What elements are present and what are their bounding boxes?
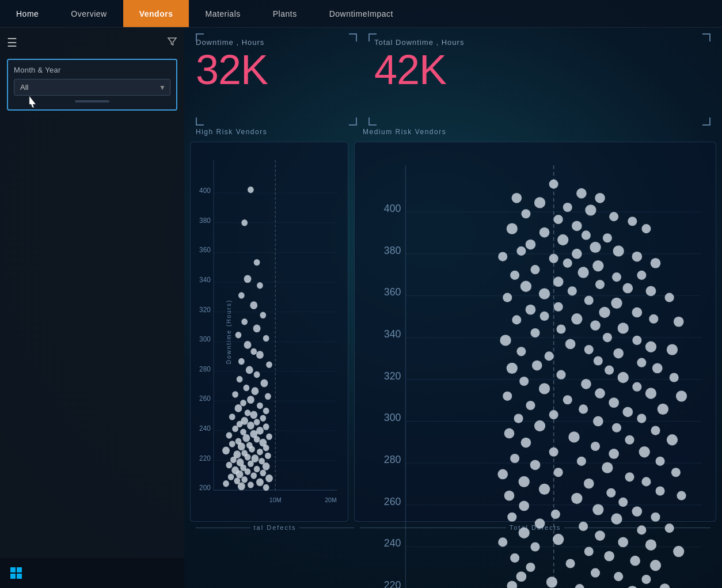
svg-point-60 xyxy=(260,415,266,421)
medium-risk-scatter-svg: 200 220 240 260 280 300 320 340 360 380 … xyxy=(359,147,711,588)
svg-point-163 xyxy=(563,259,572,268)
svg-point-159 xyxy=(549,254,558,263)
svg-point-64 xyxy=(247,422,254,430)
svg-text:200: 200 xyxy=(199,484,211,492)
svg-point-72 xyxy=(242,434,250,442)
svg-point-254 xyxy=(584,479,594,489)
svg-point-177 xyxy=(503,293,512,302)
svg-point-164 xyxy=(592,260,603,271)
nav-home[interactable]: Home xyxy=(0,0,55,27)
svg-point-40 xyxy=(250,348,257,355)
svg-point-34 xyxy=(260,312,266,318)
svg-point-235 xyxy=(651,426,660,435)
scroll-indicator xyxy=(75,100,109,103)
svg-point-35 xyxy=(241,318,248,325)
svg-point-49 xyxy=(251,387,259,395)
svg-point-281 xyxy=(584,547,594,556)
svg-point-82 xyxy=(257,449,263,455)
nav-overview[interactable]: Overview xyxy=(55,0,123,27)
svg-point-154 xyxy=(526,240,536,250)
hamburger-icon[interactable]: ☰ xyxy=(7,36,17,50)
svg-point-198 xyxy=(565,339,576,349)
svg-point-48 xyxy=(244,385,250,391)
svg-point-28 xyxy=(241,219,248,226)
svg-point-80 xyxy=(249,446,255,452)
nav-plants[interactable]: Plants xyxy=(257,0,313,27)
svg-text:240: 240 xyxy=(384,537,401,549)
svg-point-39 xyxy=(244,341,252,349)
filter-label: Month & Year xyxy=(14,66,170,74)
svg-point-55 xyxy=(235,404,242,412)
svg-point-215 xyxy=(670,373,679,382)
svg-point-105 xyxy=(256,479,264,487)
svg-point-278 xyxy=(618,537,628,547)
svg-point-237 xyxy=(625,435,634,445)
svg-point-171 xyxy=(637,271,646,280)
win-logo-quad-2 xyxy=(17,567,22,572)
svg-point-200 xyxy=(645,342,656,352)
svg-point-223 xyxy=(526,401,535,410)
svg-point-274 xyxy=(595,530,605,541)
svg-point-246 xyxy=(530,460,541,470)
svg-point-291 xyxy=(614,572,623,581)
kpi-total-downtime: Total Downtime , Hours 42K xyxy=(368,33,710,126)
filter-icon[interactable] xyxy=(167,36,177,50)
svg-point-174 xyxy=(622,283,633,294)
svg-point-220 xyxy=(645,388,656,399)
svg-point-187 xyxy=(512,315,521,324)
svg-point-257 xyxy=(606,488,615,498)
top-navigation: Home Overview Vendors Materials Plants D… xyxy=(0,0,722,28)
svg-point-33 xyxy=(250,301,257,309)
svg-point-161 xyxy=(498,252,507,261)
medium-risk-chart: 200 220 240 260 280 300 320 340 360 380 … xyxy=(354,142,716,522)
svg-point-138 xyxy=(549,180,558,189)
svg-point-169 xyxy=(612,272,621,282)
nav-downtime[interactable]: DowntimeImpact xyxy=(313,0,409,27)
kpi-corner-bl xyxy=(196,117,204,126)
svg-point-290 xyxy=(516,571,527,582)
kpi-corner-bl-2 xyxy=(368,117,377,126)
svg-text:400: 400 xyxy=(199,187,211,195)
svg-point-201 xyxy=(516,347,526,356)
svg-point-165 xyxy=(530,265,539,274)
kpi-downtime-label: Downtime , Hours xyxy=(196,38,351,47)
svg-point-209 xyxy=(605,366,614,375)
svg-point-41 xyxy=(256,351,264,359)
svg-point-70 xyxy=(226,432,233,438)
svg-point-93 xyxy=(263,462,270,471)
svg-text:280: 280 xyxy=(199,365,211,373)
nav-materials[interactable]: Materials xyxy=(189,0,256,27)
svg-point-244 xyxy=(639,446,650,457)
month-year-select[interactable]: All Jan 2023 Feb 2023 Mar 2023 Apr 2023 … xyxy=(14,79,170,96)
svg-point-59 xyxy=(229,414,235,420)
svg-point-211 xyxy=(556,370,565,380)
svg-point-185 xyxy=(540,312,549,321)
svg-point-222 xyxy=(609,397,619,408)
win-start-button[interactable] xyxy=(7,564,25,582)
svg-point-248 xyxy=(602,462,613,473)
svg-point-236 xyxy=(568,431,579,442)
svg-text:320: 320 xyxy=(384,370,401,382)
svg-point-162 xyxy=(632,252,643,262)
svg-point-294 xyxy=(507,581,517,588)
svg-point-151 xyxy=(582,230,591,240)
svg-point-188 xyxy=(571,313,582,324)
svg-point-137 xyxy=(511,193,522,203)
svg-point-268 xyxy=(611,513,622,524)
svg-point-81 xyxy=(222,446,230,454)
svg-point-98 xyxy=(260,470,266,476)
svg-point-50 xyxy=(232,391,238,397)
svg-point-58 xyxy=(250,411,257,419)
svg-point-241 xyxy=(549,447,558,457)
svg-point-224 xyxy=(676,390,687,401)
svg-point-230 xyxy=(593,416,603,427)
svg-point-280 xyxy=(645,540,656,551)
svg-point-269 xyxy=(651,513,660,522)
nav-vendors[interactable]: Vendors xyxy=(123,0,189,27)
svg-point-214 xyxy=(581,379,591,389)
svg-text:280: 280 xyxy=(384,454,401,465)
high-risk-chart-body: Downtime (Hours) 200 220 240 260 280 300… xyxy=(195,147,343,517)
high-risk-y-axis-label: Downtime (Hours) xyxy=(226,299,232,365)
svg-point-202 xyxy=(613,348,624,359)
svg-text:300: 300 xyxy=(384,412,401,423)
